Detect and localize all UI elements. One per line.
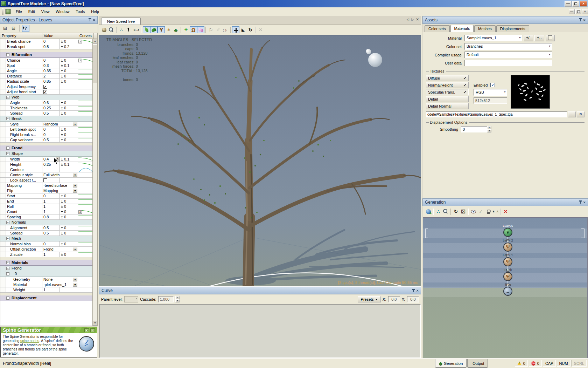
close-icon[interactable]: × [93, 18, 95, 22]
property-variance[interactable]: ± 0.1 [60, 157, 78, 162]
property-row[interactable]: −Start 0▲▼▼ ± 0 [0, 193, 92, 199]
property-row[interactable]: −Shape ▲▼▼ [0, 151, 92, 157]
property-value[interactable]: Mapping▲▼▼ [42, 188, 78, 193]
property-value[interactable]: 0▲▼▼ [42, 39, 60, 44]
property-variance[interactable]: ± 0 [60, 105, 78, 110]
property-value[interactable]: 0.5▲▼▼ [42, 111, 60, 116]
property-variance[interactable]: ± 0 [60, 241, 78, 246]
menu-item[interactable]: View [38, 8, 53, 15]
collapse-icon[interactable]: − [6, 152, 9, 155]
pin-icon[interactable] [579, 18, 582, 22]
dropdown-arrow-icon[interactable]: ▼ [73, 173, 77, 177]
property-row[interactable]: −Width 0.4▲▼▼ ± 0.1 [0, 157, 92, 162]
dropdown-arrow-icon[interactable]: ▼ [73, 282, 77, 287]
property-row[interactable]: −Weight 1▲▼▼ [0, 287, 92, 293]
collapse-icon[interactable]: − [6, 117, 9, 120]
collapse-icon[interactable]: − [6, 261, 9, 264]
property-variance[interactable]: ± 0 [60, 100, 78, 105]
assets-tab[interactable]: Meshes [474, 25, 496, 32]
scroll-up-icon[interactable]: ▲ [93, 39, 97, 44]
visibility-icon[interactable] [470, 208, 477, 215]
texture-slot-button[interactable]: Detail [426, 96, 469, 102]
property-value[interactable]: 0.85▲▼▼ [42, 79, 60, 84]
property-variance[interactable]: ± 0 [60, 214, 78, 219]
curve-cell[interactable] [78, 157, 92, 162]
curve-cell[interactable] [78, 111, 92, 116]
flag-icon[interactable] [207, 26, 215, 33]
parent-level-dropdown[interactable] [124, 296, 138, 302]
property-row[interactable]: −Angle 0.35▲▼▼ ± 0 [0, 68, 92, 74]
property-variance[interactable]: ± 0 [60, 137, 78, 142]
property-value[interactable]: 2▲▼▼ [42, 74, 60, 79]
curve-cell[interactable]: 2 [78, 209, 92, 214]
menu-item[interactable]: File [13, 8, 25, 15]
property-value[interactable]: None▲▼▼ [42, 277, 78, 282]
rotate-tool-icon[interactable] [247, 26, 254, 33]
show-graph-icon[interactable] [435, 208, 442, 215]
property-value[interactable]: 0.25▲▼▼ [42, 162, 60, 167]
property-row[interactable]: − ▲▼▼ [0, 293, 92, 295]
property-row[interactable]: −Normals ▲▼▼ [0, 220, 92, 225]
property-variance[interactable]: ± 0 [60, 79, 78, 84]
property-row[interactable]: −Spacing 0.8▲▼▼ ± 0 [0, 214, 92, 220]
cascade-spinner[interactable]: ▲▼ [175, 296, 180, 302]
restore-button[interactable] [572, 1, 579, 7]
y-field[interactable]: 0.0 [407, 296, 419, 302]
scroll-thumb[interactable] [93, 45, 97, 83]
property-value[interactable]: 0▲▼▼ [42, 193, 60, 198]
property-row[interactable]: −Count 1▲▼▼ ± 0 2 [0, 209, 92, 214]
property-value[interactable]: 1▲▼▼ [42, 204, 60, 209]
generator-node-icon[interactable] [503, 228, 512, 237]
property-variance[interactable] [60, 89, 78, 94]
next-tab-icon[interactable]: ▷ [411, 18, 414, 21]
enable-node-icon[interactable] [477, 208, 484, 215]
color-set-dropdown[interactable]: Branches [464, 43, 552, 50]
property-value[interactable]: 0.8▲▼▼ [42, 214, 60, 219]
add-remove-material-button[interactable]: +/- [524, 35, 533, 41]
cascade-field[interactable]: 1.000 [158, 296, 174, 302]
property-row[interactable]: −Bifurcation ▲▼▼ [0, 52, 92, 58]
document-icon[interactable] [5, 9, 11, 14]
generator-node[interactable]: Level 1 [493, 253, 523, 266]
property-value[interactable]: ·pleLeaves_1▲▼▼ [42, 282, 78, 287]
curve-cell[interactable] [78, 84, 92, 89]
show-leaves-icon[interactable] [143, 26, 150, 33]
property-row[interactable]: −Displacement ▲▼▼ [0, 295, 92, 301]
collapse-all-icon[interactable] [10, 25, 17, 32]
move-tool-icon[interactable] [232, 26, 239, 33]
texture-slot-button[interactable]: Detail Normal [426, 103, 469, 109]
curve-cell[interactable] [78, 63, 92, 68]
menu-item[interactable]: Window [52, 8, 72, 15]
property-variance[interactable]: ± 0 [60, 225, 78, 230]
property-value[interactable]: 1▲▼▼ [42, 287, 60, 292]
recompute-icon[interactable] [452, 208, 460, 215]
property-variance[interactable]: ± 0 [60, 68, 78, 73]
property-row[interactable]: − ▲▼▼ [0, 257, 92, 260]
texture-path-field[interactable]: odeler¥Samples¥Textures¥SampleLeaves_1_S… [426, 111, 567, 117]
child-restore-button[interactable] [575, 9, 581, 14]
assets-tab[interactable]: Displacements [496, 25, 529, 32]
property-variance[interactable]: ± 0 [60, 231, 78, 236]
smoothing-field[interactable]: 0 [461, 126, 487, 132]
texture-preview[interactable] [511, 75, 550, 109]
property-row[interactable]: −Contour style Full width▲▼▼ [0, 172, 92, 178]
help-menu-icon[interactable]: ≡ [90, 328, 95, 332]
zoom-tool-icon[interactable] [108, 26, 115, 33]
light-widget[interactable] [365, 48, 384, 68]
property-variance[interactable]: ± 0.1 [60, 162, 78, 167]
curve-cell[interactable] [78, 122, 92, 127]
property-value[interactable]: 0.3▲▼▼ [42, 63, 60, 68]
show-tree-icon[interactable] [172, 26, 180, 33]
property-row[interactable]: −Thickness 0.25▲▼▼ ± 0 [0, 105, 92, 111]
property-variance[interactable] [60, 287, 78, 292]
generator-node-icon[interactable] [503, 287, 512, 296]
delete-generator-icon[interactable] [502, 208, 509, 215]
rename-node-icon[interactable] [492, 208, 499, 215]
curve-cell[interactable] [78, 74, 92, 79]
value-spinner[interactable]: ▲▼ [56, 157, 59, 162]
close-icon[interactable]: × [416, 289, 419, 292]
property-row[interactable]: −Flip Mapping▲▼▼ [0, 188, 92, 193]
curve-cell[interactable] [78, 178, 92, 183]
curve-cell[interactable] [78, 44, 92, 49]
property-row[interactable]: −Contour ▲▼▼ [0, 167, 92, 172]
